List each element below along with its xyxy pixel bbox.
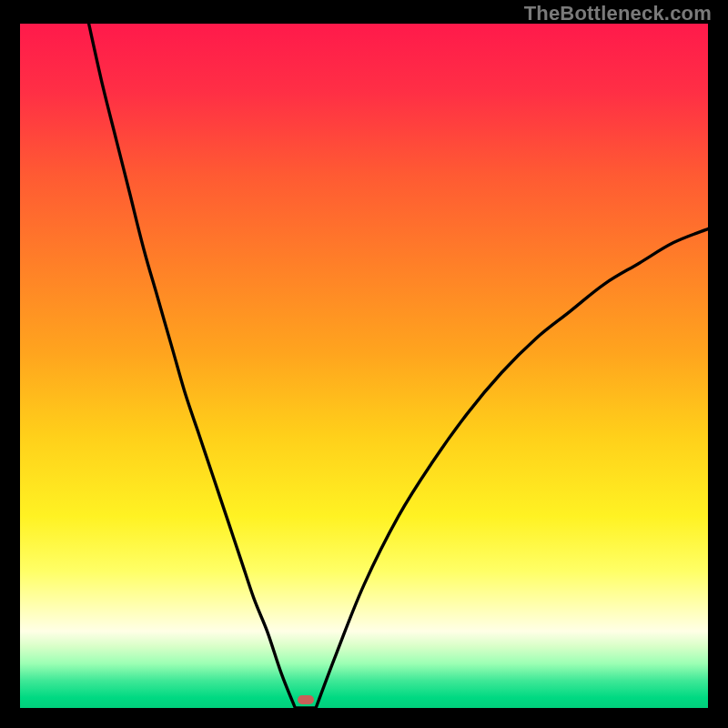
plot-area — [20, 24, 708, 708]
watermark-text: TheBottleneck.com — [524, 2, 712, 25]
chart-svg — [20, 24, 708, 708]
optimum-marker — [298, 695, 314, 704]
chart-frame: TheBottleneck.com — [0, 0, 728, 728]
heat-background — [20, 24, 708, 708]
